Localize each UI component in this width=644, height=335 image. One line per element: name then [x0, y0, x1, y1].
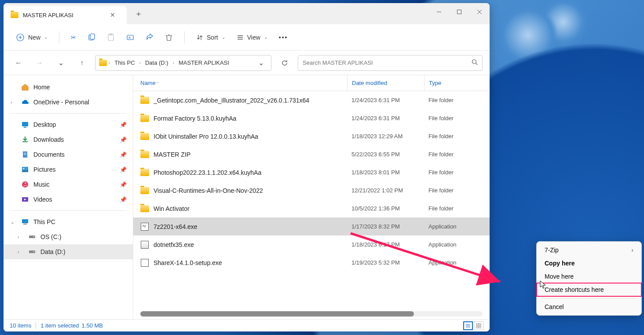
maximize-button[interactable] — [449, 3, 469, 21]
up-button[interactable]: ↑ — [74, 55, 90, 71]
file-row[interactable]: MASTER ZIP5/22/2023 6:55 PMFile folder — [133, 145, 490, 163]
file-row[interactable]: IObit Uninstaller Pro 12.0.0.13.kuyhAa1/… — [133, 127, 490, 145]
folder-icon — [99, 60, 107, 66]
context-menu-copy-here[interactable]: Copy here — [537, 257, 641, 270]
sidebar-item-onedrive[interactable]: › OneDrive - Personal — [4, 95, 133, 110]
sidebar-item-pictures[interactable]: Pictures📌 — [4, 162, 133, 177]
expand-icon[interactable]: › — [18, 250, 19, 254]
expand-icon[interactable]: ⌄ — [11, 220, 14, 225]
sidebar-label: Desktop — [33, 121, 56, 128]
pin-icon: 📌 — [120, 166, 127, 173]
column-date[interactable]: Date modified — [347, 75, 424, 91]
chevron-right-icon: › — [173, 60, 174, 65]
new-button[interactable]: New ⌄ — [11, 30, 52, 44]
folder-icon — [140, 115, 149, 122]
pc-icon — [21, 218, 29, 226]
context-menu: 7-Zip› Copy here Move here Create shortc… — [536, 241, 642, 316]
chevron-right-icon: › — [631, 247, 633, 254]
view-button[interactable]: View ⌄ — [232, 31, 272, 44]
new-tab-button[interactable]: ＋ — [127, 3, 150, 24]
file-row[interactable]: Format Factory 5.13.0.kuyhAa1/24/2023 6:… — [133, 109, 490, 127]
music-icon — [21, 180, 29, 188]
file-name: IObit Uninstaller Pro 12.0.0.13.kuyhAa — [154, 133, 258, 140]
expand-icon[interactable]: › — [18, 235, 19, 239]
sidebar-label: Videos — [33, 196, 52, 203]
rename-button[interactable]: A — [122, 31, 139, 44]
file-list[interactable]: _Getintopc.com_Adobe_Illustrator_2022_v2… — [133, 91, 490, 311]
view-label: View — [247, 34, 260, 41]
breadcrumb-item[interactable]: Data (D:) — [143, 58, 171, 68]
application-icon — [141, 241, 149, 249]
picture-icon — [21, 166, 29, 173]
file-row[interactable]: _Getintopc.com_Adobe_Illustrator_2022_v2… — [133, 91, 490, 109]
svg-point-32 — [33, 251, 34, 252]
refresh-button[interactable] — [277, 55, 293, 71]
search-box[interactable] — [298, 55, 483, 71]
cell-date: 1/17/2023 8:32 PM — [347, 223, 424, 230]
sort-button[interactable]: Sort ⌄ — [192, 31, 230, 44]
file-row[interactable]: Photoshop2022.23.1.1.202.x64.kuyhAa1/18/… — [133, 163, 490, 181]
details-view-button[interactable] — [463, 321, 473, 330]
search-input[interactable] — [303, 59, 472, 66]
breadcrumb-item[interactable]: This PC — [112, 58, 137, 68]
scrollbar-thumb[interactable] — [140, 311, 414, 317]
new-label: New — [28, 34, 40, 41]
file-row[interactable]: dotnetfx35.exe1/18/2023 6:17 PMApplicati… — [133, 236, 490, 254]
breadcrumb[interactable]: › This PC › Data (D:) › MASTER APLIKASI … — [95, 55, 271, 71]
close-button[interactable] — [469, 3, 490, 21]
trash-icon — [165, 33, 173, 41]
sidebar-item-downloads[interactable]: Downloads📌 — [4, 132, 133, 147]
minimize-button[interactable] — [429, 3, 449, 21]
close-tab-button[interactable]: ✕ — [106, 10, 119, 20]
expand-icon[interactable]: › — [11, 100, 12, 105]
file-row[interactable]: 7z2201-x64.exe1/17/2023 8:32 PMApplicati… — [133, 217, 490, 236]
context-menu-7zip[interactable]: 7-Zip› — [537, 243, 641, 257]
horizontal-scrollbar[interactable] — [140, 311, 483, 317]
cell-type: File folder — [424, 97, 490, 103]
breadcrumb-dropdown[interactable]: ⌄ — [255, 59, 267, 67]
sidebar-item-desktop[interactable]: Desktop📌 — [4, 117, 133, 132]
more-button[interactable]: ••• — [274, 31, 293, 44]
window-tab[interactable]: MASTER APLIKASI ✕ — [4, 6, 127, 24]
separator — [36, 322, 36, 329]
back-button[interactable]: ← — [11, 55, 26, 71]
share-button[interactable] — [141, 31, 158, 44]
paste-button[interactable] — [102, 31, 119, 44]
sidebar-item-thispc[interactable]: ⌄This PC — [4, 214, 133, 229]
sidebar-item-drive-d[interactable]: ›Data (D:) — [4, 244, 133, 259]
copy-button[interactable] — [83, 31, 100, 44]
thumbnails-view-button[interactable] — [474, 321, 483, 330]
cell-name: ShareX-14.1.0-setup.exe — [140, 258, 347, 267]
toolbar: New ⌄ ✂ A Sort ⌄ View ⌄ ••• — [4, 24, 490, 51]
forward-button[interactable]: → — [32, 55, 48, 71]
breadcrumb-item[interactable]: MASTER APLIKASI — [176, 58, 232, 68]
cell-date: 12/21/2022 1:02 PM — [347, 187, 424, 194]
delete-button[interactable] — [161, 31, 177, 44]
sort-icon — [196, 34, 203, 41]
sidebar-item-videos[interactable]: Videos📌 — [4, 192, 133, 207]
separator — [184, 31, 185, 44]
file-row[interactable]: Win Activator10/5/2022 1:36 PMFile folde… — [133, 199, 490, 217]
file-row[interactable]: ShareX-14.1.0-setup.exe1/19/2023 5:32 PM… — [133, 254, 490, 272]
cut-button[interactable]: ✂ — [66, 31, 80, 44]
svg-point-30 — [33, 236, 34, 237]
svg-rect-19 — [24, 127, 26, 128]
file-row[interactable]: Visual-C-Runtimes-All-in-One-Nov-202212/… — [133, 181, 490, 199]
sidebar-label: This PC — [33, 218, 55, 225]
status-bar: 10 items 1 item selected 1.50 MB — [4, 319, 490, 331]
svg-point-16 — [472, 59, 476, 63]
column-name[interactable]: Name⌃ — [140, 80, 347, 86]
folder-icon — [140, 187, 149, 194]
sidebar-item-documents[interactable]: Documents📌 — [4, 147, 133, 162]
context-menu-move-here[interactable]: Move here — [537, 270, 641, 283]
sidebar-item-drive-c[interactable]: ›OS (C:) — [4, 229, 133, 244]
search-icon — [472, 59, 478, 67]
sidebar-item-home[interactable]: Home — [4, 80, 133, 95]
sidebar-item-music[interactable]: Music📌 — [4, 177, 133, 192]
recent-dropdown[interactable]: ⌄ — [53, 55, 69, 71]
column-type[interactable]: Type — [424, 75, 490, 91]
context-menu-cancel[interactable]: Cancel — [537, 300, 641, 313]
tab-title: MASTER APLIKASI — [23, 12, 102, 18]
sidebar: Home › OneDrive - Personal Desktop📌 Down… — [4, 75, 133, 319]
context-menu-create-shortcuts[interactable]: Create shortcuts here — [537, 283, 641, 296]
